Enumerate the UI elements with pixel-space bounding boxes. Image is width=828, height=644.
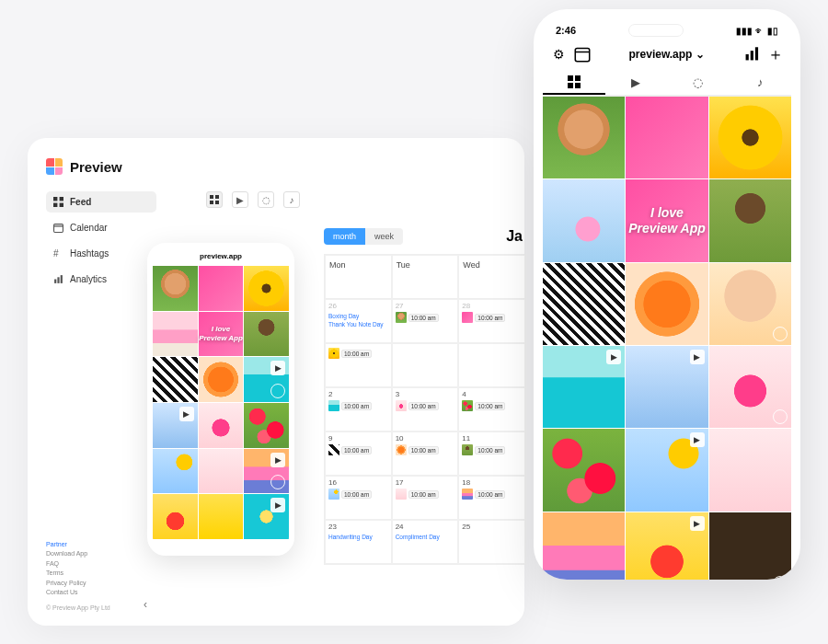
feed-tile[interactable]: ▶ [543, 346, 625, 428]
calendar-range-segment: month week [324, 228, 403, 245]
feed-tile[interactable]: ▶ [153, 403, 198, 448]
feed-tile[interactable] [709, 97, 791, 178]
calendar-cell[interactable]: 1710:00 am [392, 476, 459, 520]
sidebar-collapse[interactable]: ‹ [144, 598, 147, 611]
calendar-event[interactable]: 10:00 am [462, 400, 522, 411]
feed-tile[interactable] [709, 429, 791, 511]
calendar-event[interactable]: 10:00 am [328, 348, 388, 359]
feed-tile[interactable] [626, 263, 707, 345]
feed-tile[interactable] [626, 97, 707, 178]
calendar-cell[interactable]: 2710:00 am [392, 299, 459, 343]
feed-tile[interactable]: ▶ [626, 512, 707, 580]
feed-tile[interactable] [543, 512, 625, 580]
account-switcher[interactable]: preview.app⌄ [598, 48, 736, 61]
calendar-event[interactable]: 10:00 am [462, 312, 522, 323]
footer-link-download[interactable]: Download App [46, 549, 110, 559]
calendar-cell[interactable]: 24Compliment Day [392, 520, 459, 564]
calendar-cell[interactable]: 26Boxing DayThank You Note Day [325, 299, 392, 343]
day-header: Mon [325, 255, 392, 299]
calendar-cell[interactable]: 25 [458, 520, 525, 564]
calendar-event[interactable]: 10:00 am [328, 489, 388, 500]
feed-tile[interactable]: ▶ [244, 357, 289, 402]
feed-tile[interactable] [153, 357, 198, 402]
footer-link-terms[interactable]: Terms [46, 569, 110, 579]
calendar-holiday-link[interactable]: Compliment Day [396, 533, 455, 541]
calendar-holiday-link[interactable]: Thank You Note Day [328, 320, 388, 328]
view-tiktok[interactable]: ♪ [283, 191, 300, 208]
feed-tile[interactable] [709, 179, 791, 261]
calendar-cell[interactable]: 1810:00 am [458, 476, 525, 520]
feed-tile[interactable] [153, 266, 198, 311]
feed-tile[interactable] [244, 266, 289, 311]
calendar-cell[interactable]: 1610:00 am [325, 476, 392, 520]
feed-tile[interactable] [543, 179, 625, 261]
sidebar-item-calendar[interactable]: Calendar [46, 217, 156, 238]
settings-icon[interactable]: ⚙ [550, 46, 567, 63]
tab-reels[interactable]: ▶ [605, 70, 668, 95]
calendar-event[interactable]: 10:00 am [462, 489, 522, 500]
feed-tile[interactable] [709, 346, 791, 428]
segment-week[interactable]: week [365, 228, 403, 245]
feed-tile[interactable] [153, 312, 198, 357]
calendar-holiday-link[interactable]: Boxing Day [328, 312, 388, 320]
analytics-icon[interactable] [743, 46, 760, 63]
feed-tile[interactable] [244, 312, 289, 357]
feed-tile[interactable] [199, 403, 244, 448]
phone-lg-feed-grid: I love Preview App▶▶▶▶▶ [543, 97, 791, 580]
feed-tile[interactable] [199, 494, 244, 539]
feed-tile[interactable] [199, 357, 244, 402]
feed-tile[interactable]: I love Preview App [199, 312, 244, 357]
feed-tile[interactable]: ▶ [626, 429, 707, 511]
footer-link-faq[interactable]: FAQ [46, 559, 110, 569]
feed-tile[interactable] [543, 97, 625, 178]
calendar-cell[interactable]: 1010:00 am [392, 431, 459, 476]
feed-tile[interactable] [153, 449, 198, 494]
feed-tile[interactable] [709, 512, 791, 580]
feed-tile[interactable]: ▶ [244, 449, 289, 494]
feed-tile[interactable] [199, 266, 244, 311]
calendar-event[interactable]: 10:00 am [462, 444, 522, 455]
footer-link-contact[interactable]: Contact Us [46, 588, 110, 598]
sidebar-item-hashtags[interactable]: # Hashtags [46, 243, 156, 264]
calendar-event[interactable]: 10:00 am [396, 489, 455, 500]
calendar-cell[interactable]: 10:00 am [325, 343, 392, 387]
calendar-cell[interactable] [392, 343, 459, 387]
sidebar-item-analytics[interactable]: Analytics [46, 269, 156, 290]
tab-tiktok[interactable]: ♪ [730, 70, 792, 95]
calendar-event[interactable]: 10:00 am [396, 312, 455, 323]
add-icon[interactable]: ＋ [767, 46, 784, 63]
calendar-cell[interactable]: 1110:00 am [458, 431, 525, 476]
tab-loading[interactable]: ◌ [667, 70, 730, 95]
calendar-cell[interactable]: 210:00 am [325, 387, 392, 431]
calendar-icon[interactable] [574, 46, 591, 63]
calendar-cell[interactable] [458, 343, 525, 387]
feed-tile[interactable] [543, 429, 625, 511]
feed-tile[interactable] [153, 494, 198, 539]
segment-month[interactable]: month [324, 228, 365, 245]
feed-tile[interactable]: I love Preview App [626, 179, 707, 261]
calendar-cell[interactable]: 23Handwriting Day [325, 520, 392, 564]
calendar-event[interactable]: 10:00 am [328, 400, 388, 411]
footer-link-privacy[interactable]: Privacy Policy [46, 579, 110, 589]
view-grid[interactable] [206, 191, 223, 208]
calendar-event[interactable]: 10:00 am [396, 400, 455, 411]
feed-tile[interactable] [199, 449, 244, 494]
feed-tile[interactable]: ▶ [244, 494, 289, 539]
calendar-cell[interactable]: 910:00 am [325, 431, 392, 476]
feed-tile[interactable]: ▶ [626, 346, 707, 428]
calendar-event[interactable]: 10:00 am [328, 444, 388, 455]
calendar-event[interactable]: 10:00 am [396, 444, 455, 455]
feed-tile[interactable] [244, 403, 289, 448]
calendar-cell[interactable]: 310:00 am [392, 387, 459, 431]
footer-link-partner[interactable]: Partner [46, 540, 110, 550]
wifi-icon: ᯤ [755, 26, 765, 36]
calendar-cell[interactable]: 410:00 am [458, 387, 525, 431]
sidebar-item-feed[interactable]: Feed [46, 191, 156, 213]
feed-tile[interactable] [709, 263, 791, 345]
calendar-holiday-link[interactable]: Handwriting Day [328, 533, 388, 541]
view-loading[interactable]: ◌ [258, 191, 274, 208]
calendar-cell[interactable]: 2810:00 am [458, 299, 525, 343]
tab-grid[interactable] [543, 70, 605, 95]
feed-tile[interactable] [543, 263, 625, 345]
view-reels[interactable]: ▶ [232, 191, 248, 208]
